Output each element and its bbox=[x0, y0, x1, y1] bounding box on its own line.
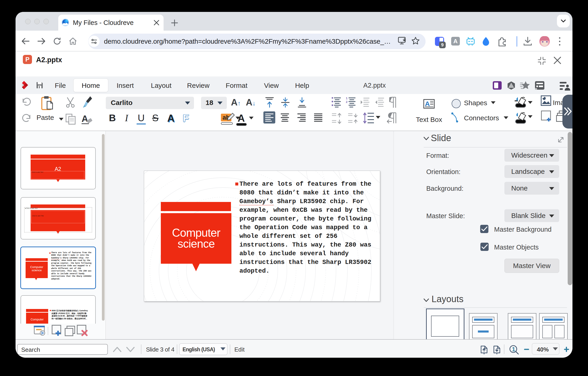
svg-text:A: A bbox=[82, 114, 88, 124]
svg-text:2: 2 bbox=[346, 100, 347, 104]
svg-text:A: A bbox=[425, 100, 430, 108]
svg-text:1: 1 bbox=[346, 97, 347, 100]
svg-text:1: 1 bbox=[512, 346, 515, 353]
